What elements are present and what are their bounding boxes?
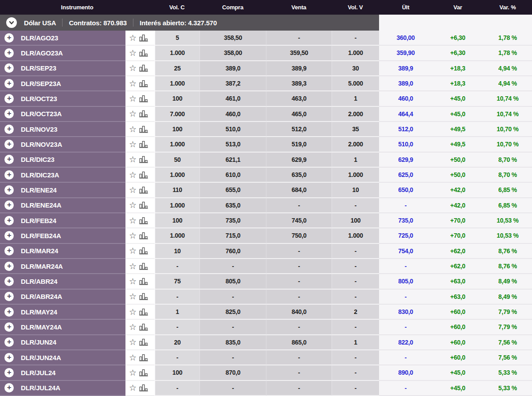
expand-row-icon[interactable]: +: [4, 277, 14, 286]
instrument-cell[interactable]: + DLR/AGO23A: [0, 46, 125, 61]
favorite-star-icon[interactable]: ☆: [129, 216, 137, 225]
favorite-star-icon[interactable]: ☆: [129, 64, 137, 72]
instrument-cell[interactable]: + DLR/DIC23A: [0, 168, 125, 183]
var-pct-cell: 5,33 %: [483, 381, 532, 396]
expand-row-icon[interactable]: +: [4, 155, 14, 164]
favorite-star-icon[interactable]: ☆: [129, 353, 137, 362]
bar-chart-icon[interactable]: [139, 278, 148, 285]
expand-row-icon[interactable]: +: [4, 170, 14, 180]
bar-chart-icon[interactable]: [139, 141, 148, 148]
instrument-cell[interactable]: + DLR/NOV23A: [0, 137, 125, 152]
expand-row-icon[interactable]: +: [4, 231, 14, 240]
favorite-star-icon[interactable]: ☆: [129, 292, 137, 301]
favorite-star-icon[interactable]: ☆: [129, 384, 137, 392]
bar-chart-icon[interactable]: [139, 308, 148, 316]
expand-row-icon[interactable]: +: [4, 322, 14, 332]
favorite-star-icon[interactable]: ☆: [129, 186, 137, 194]
expand-row-icon[interactable]: +: [4, 63, 14, 73]
instrument-cell[interactable]: + DLR/JUL24: [0, 365, 125, 380]
group-header-dolar-usa[interactable]: Dólar USA Contratos: 870.983 Interés abi…: [0, 15, 532, 31]
favorite-star-icon[interactable]: ☆: [129, 171, 137, 179]
favorite-star-icon[interactable]: ☆: [129, 140, 137, 149]
expand-row-icon[interactable]: +: [4, 48, 14, 58]
instrument-cell[interactable]: + DLR/OCT23A: [0, 107, 125, 122]
instrument-cell[interactable]: + DLR/MAY24A: [0, 320, 125, 335]
instrument-cell[interactable]: + DLR/ABR24: [0, 274, 125, 289]
bar-chart-icon[interactable]: [139, 171, 148, 179]
instrument-cell[interactable]: + DLR/MAR24: [0, 244, 125, 259]
instrument-cell[interactable]: + DLR/DIC23: [0, 153, 125, 168]
favorite-star-icon[interactable]: ☆: [129, 94, 137, 103]
expand-row-icon[interactable]: +: [4, 125, 14, 134]
bar-chart-icon[interactable]: [139, 34, 148, 42]
expand-row-icon[interactable]: +: [4, 94, 14, 103]
expand-row-icon[interactable]: +: [4, 79, 14, 88]
bar-chart-icon[interactable]: [139, 338, 148, 346]
favorite-star-icon[interactable]: ☆: [129, 277, 137, 286]
expand-row-icon[interactable]: +: [4, 368, 14, 377]
bar-chart-icon[interactable]: [139, 95, 148, 102]
instrument-cell[interactable]: + DLR/AGO23: [0, 31, 125, 46]
instrument-cell[interactable]: + DLR/JUN24: [0, 335, 125, 350]
expand-row-icon[interactable]: +: [4, 262, 14, 271]
bar-chart-icon[interactable]: [139, 354, 148, 361]
favorite-star-icon[interactable]: ☆: [129, 79, 137, 88]
bar-chart-icon[interactable]: [139, 64, 148, 72]
instrument-cell[interactable]: + DLR/ENE24: [0, 183, 125, 198]
bar-chart-icon[interactable]: [139, 263, 148, 270]
expand-row-icon[interactable]: +: [4, 246, 14, 255]
expand-row-icon[interactable]: +: [4, 383, 14, 392]
favorite-star-icon[interactable]: ☆: [129, 262, 137, 271]
expand-row-icon[interactable]: +: [4, 307, 14, 317]
bar-chart-icon[interactable]: [139, 232, 148, 239]
favorite-star-icon[interactable]: ☆: [129, 110, 137, 118]
instrument-cell[interactable]: + DLR/MAR24A: [0, 259, 125, 274]
instrument-cell[interactable]: + DLR/SEP23: [0, 61, 125, 76]
instrument-cell[interactable]: + DLR/NOV23: [0, 122, 125, 137]
bar-chart-icon[interactable]: [139, 110, 148, 118]
bar-chart-icon[interactable]: [139, 293, 148, 300]
bar-chart-icon[interactable]: [139, 49, 148, 57]
instrument-cell[interactable]: + DLR/ABR24A: [0, 290, 125, 305]
expand-row-icon[interactable]: +: [4, 216, 14, 225]
collapse-group-button[interactable]: [6, 17, 17, 28]
instrument-cell[interactable]: + DLR/SEP23A: [0, 76, 125, 91]
bar-chart-icon[interactable]: [139, 156, 148, 163]
favorite-star-icon[interactable]: ☆: [129, 201, 137, 209]
favorite-star-icon[interactable]: ☆: [129, 231, 137, 240]
expand-row-icon[interactable]: +: [4, 337, 14, 347]
expand-row-icon[interactable]: +: [4, 292, 14, 301]
expand-row-icon[interactable]: +: [4, 109, 14, 118]
bar-chart-icon[interactable]: [139, 186, 148, 194]
bar-chart-icon[interactable]: [139, 125, 148, 133]
expand-row-icon[interactable]: +: [4, 200, 14, 210]
instrument-cell[interactable]: + DLR/JUN24A: [0, 350, 125, 365]
expand-row-icon[interactable]: +: [4, 140, 14, 149]
bar-chart-icon[interactable]: [139, 217, 148, 224]
favorite-star-icon[interactable]: ☆: [129, 338, 137, 346]
instrument-cell[interactable]: + DLR/ENE24A: [0, 198, 125, 213]
favorite-star-icon[interactable]: ☆: [129, 247, 137, 255]
bar-chart-icon[interactable]: [139, 201, 148, 209]
expand-row-icon[interactable]: +: [4, 185, 14, 195]
bar-chart-icon[interactable]: [139, 80, 148, 87]
favorite-star-icon[interactable]: ☆: [129, 34, 137, 42]
vol-c-cell: -: [154, 290, 200, 305]
instrument-cell[interactable]: + DLR/OCT23: [0, 91, 125, 106]
bar-chart-icon[interactable]: [139, 323, 148, 331]
favorite-star-icon[interactable]: ☆: [129, 125, 137, 133]
favorite-star-icon[interactable]: ☆: [129, 49, 137, 57]
bar-chart-icon[interactable]: [139, 247, 148, 255]
expand-row-icon[interactable]: +: [4, 353, 14, 362]
instrument-cell[interactable]: + DLR/FEB24: [0, 213, 125, 228]
bar-chart-icon[interactable]: [139, 384, 148, 392]
instrument-cell[interactable]: + DLR/MAY24: [0, 305, 125, 320]
bar-chart-icon[interactable]: [139, 369, 148, 376]
favorite-star-icon[interactable]: ☆: [129, 155, 137, 164]
favorite-star-icon[interactable]: ☆: [129, 308, 137, 316]
instrument-cell[interactable]: + DLR/JUL24A: [0, 381, 125, 396]
instrument-cell[interactable]: + DLR/FEB24A: [0, 228, 125, 243]
favorite-star-icon[interactable]: ☆: [129, 369, 137, 377]
favorite-star-icon[interactable]: ☆: [129, 323, 137, 331]
expand-row-icon[interactable]: +: [4, 33, 14, 43]
